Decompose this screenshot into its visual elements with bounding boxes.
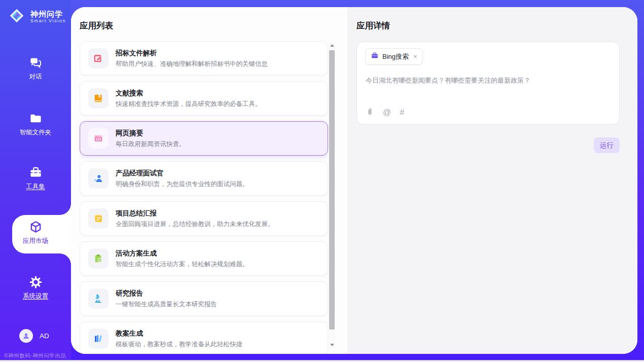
hashtag-icon[interactable]: # <box>400 108 404 117</box>
copyright-text: ©神州数码·神州问学出品 <box>0 352 71 359</box>
chip-close-icon[interactable]: × <box>413 53 417 60</box>
run-button[interactable]: 运行 <box>594 137 620 153</box>
main-content: 应用列表 招标文件解析 帮助用户快速、准确地理解和解析招标书中的关键信息 <box>71 7 637 354</box>
app-detail-title: 应用详情 <box>356 20 390 31</box>
report-note-icon <box>88 208 109 229</box>
briefcase-icon <box>371 52 379 62</box>
bottom-scrollbar-track[interactable] <box>0 360 644 362</box>
sidebar-item-label: 应用市场 <box>23 237 48 245</box>
app-desc: 智能生成个性化活动方案，轻松解决规划难题。 <box>116 261 249 268</box>
sidebar-item-label: 工具集 <box>26 183 45 191</box>
sidebar-item-smart-folder[interactable]: 智能文件夹 <box>0 112 71 137</box>
paperclip-icon[interactable] <box>366 107 374 118</box>
app-name: 项目总结汇报 <box>116 210 274 217</box>
app-card-bid-parse[interactable]: 招标文件解析 帮助用户快速、准确地理解和解析招标书中的关键信息 <box>80 41 328 76</box>
list-scrollbar[interactable] <box>329 42 335 349</box>
app-detail-panel: 应用详情 Bing搜索 × 今日湖北有哪些新闻要点？有哪些需要关注的最新政策？ <box>347 7 637 354</box>
app-card-event-plan[interactable]: 活动方案生成 智能生成个性化活动方案，轻松解决规划难题。 <box>80 241 328 276</box>
browser-code-icon <box>88 128 109 149</box>
book-icon <box>88 88 109 108</box>
app-card-lesson-plan[interactable]: 教案生成 模板驱动，教案秒成，教学准备从此轻松快捷 <box>80 321 328 354</box>
app-desc: 快速精准查找学术资源，提高研究效率的必备工具。 <box>116 101 262 107</box>
books-icon <box>88 329 109 349</box>
mention-at-icon[interactable]: @ <box>383 108 391 117</box>
edit-document-icon <box>88 48 109 68</box>
app-card-web-summary[interactable]: 网页摘要 每日政府新闻资讯快查。 <box>80 121 328 156</box>
app-list-panel: 应用列表 招标文件解析 帮助用户快速、准确地理解和解析招标书中的关键信息 <box>71 7 347 354</box>
prompt-input[interactable]: 今日湖北有哪些新闻要点？有哪些需要关注的最新政策？ <box>366 76 609 86</box>
chat-icon <box>29 56 43 69</box>
app-name: 研究报告 <box>116 290 217 297</box>
composer-toolbar: @ # <box>366 107 404 118</box>
app-desc: 明确身份和职责，为您提供专业性的面试问题。 <box>116 181 249 188</box>
app-desc: 帮助用户快速、准确地理解和解析招标书中的关键信息 <box>116 61 268 67</box>
app-list-title: 应用列表 <box>80 20 113 31</box>
app-name: 网页摘要 <box>116 130 186 137</box>
clipboard-check-icon <box>88 248 109 269</box>
gear-icon <box>29 275 43 289</box>
app-desc: 模板驱动，教案秒成，教学准备从此轻松快捷 <box>116 341 242 348</box>
sidebar-item-settings[interactable]: 系统设置 <box>0 275 71 301</box>
app-name: 招标文件解析 <box>116 50 268 57</box>
app-list: 招标文件解析 帮助用户快速、准确地理解和解析招标书中的关键信息 文献搜索 快速精… <box>80 41 328 354</box>
avatar <box>19 329 33 343</box>
sidebar-item-label: 对话 <box>29 73 42 81</box>
app-desc: 每日政府新闻资讯快查。 <box>116 141 186 148</box>
user-account[interactable]: AD <box>19 329 49 343</box>
app-desc: 全面回顾项目进展，总结经验教训，助力未来优化发展。 <box>116 221 274 228</box>
sidebar-item-label: 系统设置 <box>23 292 48 301</box>
sidebar-item-chat[interactable]: 对话 <box>0 56 71 81</box>
app-card-research-report[interactable]: 研究报告 一键智能生成高质量长文本研究报告 <box>80 281 328 316</box>
diamond-logo-icon <box>7 6 26 27</box>
scroll-up-arrow-icon[interactable] <box>330 44 334 47</box>
app-card-literature-search[interactable]: 文献搜索 快速精准查找学术资源，提高研究效率的必备工具。 <box>80 81 328 116</box>
app-name: 产品经理面试官 <box>116 170 249 177</box>
scroll-down-arrow-icon[interactable] <box>330 344 334 346</box>
cube-icon <box>29 220 43 234</box>
app-card-pm-interviewer[interactable]: 产品经理面试官 明确身份和职责，为您提供专业性的面试问题。 <box>80 161 328 196</box>
app-name: 教案生成 <box>116 330 242 337</box>
sidebar: 神州问学 Smart Vision 对话 智能文件夹 <box>0 0 71 362</box>
brand-logo: 神州问学 Smart Vision <box>7 6 66 27</box>
toolbox-icon <box>29 166 43 179</box>
user-name: AD <box>40 332 49 340</box>
sidebar-item-toolset[interactable]: 工具集 <box>0 166 71 191</box>
app-name: 活动方案生成 <box>116 250 249 257</box>
microscope-icon <box>88 288 109 309</box>
app-desc: 一键智能生成高质量长文本研究报告 <box>116 301 217 308</box>
brand-name: 神州问学 <box>30 10 66 18</box>
scrollbar-thumb[interactable] <box>329 50 335 330</box>
app-card-project-summary[interactable]: 项目总结汇报 全面回顾项目进展，总结经验教训，助力未来优化发展。 <box>80 201 328 236</box>
tool-chip-label: Bing搜索 <box>382 52 409 61</box>
sidebar-item-label: 智能文件夹 <box>20 128 52 137</box>
brand-subtitle: Smart Vision <box>30 18 66 23</box>
tool-chip-bing-search[interactable]: Bing搜索 × <box>365 48 423 65</box>
folder-icon <box>29 112 43 125</box>
prompt-card: Bing搜索 × 今日湖北有哪些新闻要点？有哪些需要关注的最新政策？ @ # <box>356 42 620 125</box>
app-name: 文献搜索 <box>116 90 262 97</box>
interviewer-icon <box>88 168 109 189</box>
sidebar-item-app-market[interactable]: 应用市场 <box>0 220 71 245</box>
